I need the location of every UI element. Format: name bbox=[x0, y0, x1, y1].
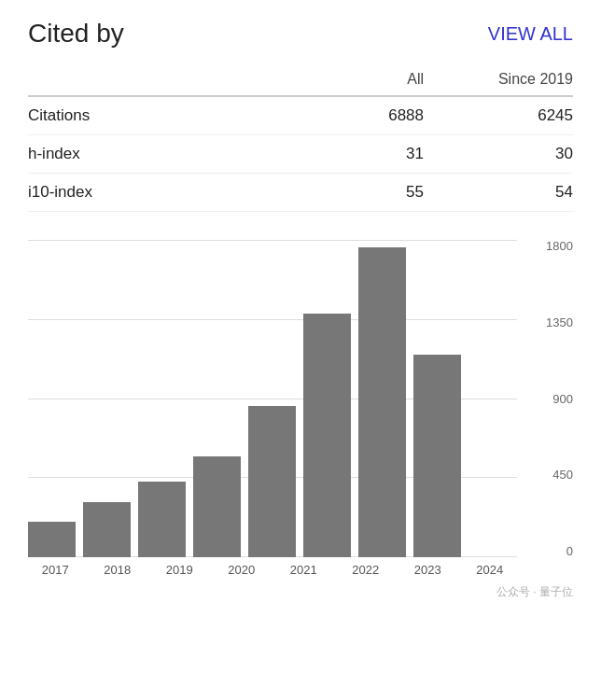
view-all-link[interactable]: VIEW ALL bbox=[488, 23, 573, 45]
x-axis-label: 2021 bbox=[276, 563, 331, 577]
bar-column bbox=[248, 240, 296, 557]
citations-chart: 180013509004500 201720182019202020212022… bbox=[28, 240, 573, 577]
x-axis-label: 2022 bbox=[339, 563, 394, 577]
table-row: h-index 31 30 bbox=[28, 135, 573, 174]
bar bbox=[248, 406, 296, 557]
x-axis-label: 2018 bbox=[91, 563, 146, 577]
row-label: Citations bbox=[28, 106, 274, 125]
cited-by-header: Cited by VIEW ALL bbox=[28, 19, 573, 49]
y-axis-label: 450 bbox=[552, 469, 573, 481]
x-axis-label: 2017 bbox=[28, 563, 83, 577]
bar bbox=[193, 456, 241, 557]
table-body: Citations 6888 6245 h-index 31 30 i10-in… bbox=[28, 96, 573, 212]
row-all-value: 31 bbox=[274, 145, 424, 163]
bar-column bbox=[83, 240, 131, 557]
bar bbox=[138, 482, 186, 557]
x-axis-label: 2019 bbox=[152, 563, 207, 577]
y-axis-label: 1800 bbox=[546, 240, 573, 252]
bar bbox=[413, 355, 461, 557]
x-axis: 20172018201920202021202220232024 bbox=[28, 563, 573, 577]
watermark: 公众号 · 量子位 bbox=[28, 584, 573, 600]
y-axis-label: 1350 bbox=[546, 316, 573, 329]
table-row: i10-index 55 54 bbox=[28, 174, 573, 212]
bar-column bbox=[193, 240, 241, 557]
x-axis-label: 2023 bbox=[400, 563, 455, 577]
bar-column bbox=[138, 240, 186, 557]
row-since-value: 30 bbox=[424, 145, 573, 163]
col-all-header: All bbox=[274, 71, 424, 88]
x-axis-label: 2020 bbox=[215, 563, 270, 577]
table-header: All Since 2019 bbox=[28, 71, 573, 96]
chart-area: 180013509004500 bbox=[28, 240, 573, 557]
bars-wrapper bbox=[28, 240, 461, 557]
row-all-value: 55 bbox=[274, 183, 424, 202]
bar bbox=[358, 247, 406, 557]
row-label: i10-index bbox=[28, 183, 274, 202]
table-row: Citations 6888 6245 bbox=[28, 97, 573, 135]
bar-column bbox=[303, 240, 351, 557]
y-axis-label: 0 bbox=[566, 545, 573, 557]
bar-column bbox=[28, 240, 76, 557]
row-all-value: 6888 bbox=[274, 106, 424, 125]
bar bbox=[28, 522, 76, 557]
bar bbox=[83, 502, 131, 557]
col-since-header: Since 2019 bbox=[424, 71, 573, 88]
page-title: Cited by bbox=[28, 19, 124, 49]
citations-table: All Since 2019 Citations 6888 6245 h-ind… bbox=[28, 71, 573, 212]
bar-column bbox=[413, 240, 461, 557]
row-since-value: 6245 bbox=[424, 106, 573, 125]
y-axis-label: 900 bbox=[552, 393, 573, 405]
row-label: h-index bbox=[28, 145, 274, 163]
y-axis: 180013509004500 bbox=[522, 240, 573, 557]
bar-column bbox=[358, 240, 406, 557]
x-axis-label: 2024 bbox=[463, 563, 518, 577]
bar bbox=[303, 314, 351, 557]
row-since-value: 54 bbox=[424, 183, 573, 202]
